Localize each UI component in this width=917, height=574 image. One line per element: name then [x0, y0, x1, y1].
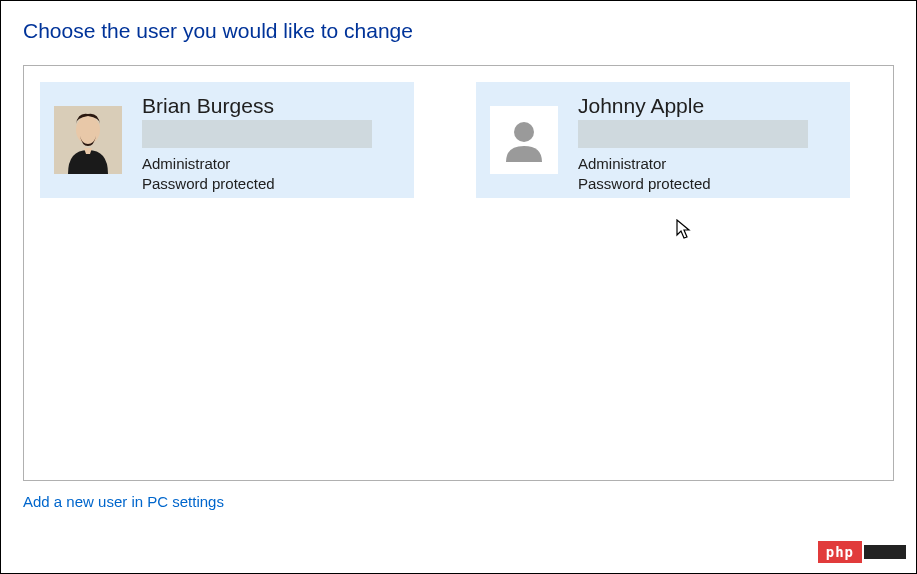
avatar-generic-icon — [490, 106, 558, 174]
php-badge-dark — [864, 545, 906, 559]
php-watermark: php — [818, 541, 906, 563]
user-name: Brian Burgess — [142, 94, 372, 118]
user-status: Password protected — [578, 174, 808, 194]
svg-point-1 — [76, 116, 100, 144]
svg-point-2 — [514, 122, 534, 142]
avatar-photo — [54, 106, 122, 174]
php-badge-text: php — [818, 541, 862, 563]
page-title: Choose the user you would like to change — [23, 19, 894, 43]
redacted-email — [578, 120, 808, 148]
user-role: Administrator — [142, 154, 372, 174]
user-card-johnny-apple[interactable]: Johnny Apple Administrator Password prot… — [476, 82, 850, 198]
user-card-brian-burgess[interactable]: Brian Burgess Administrator Password pro… — [40, 82, 414, 198]
user-role: Administrator — [578, 154, 808, 174]
user-name: Johnny Apple — [578, 94, 808, 118]
add-user-link[interactable]: Add a new user in PC settings — [23, 493, 224, 510]
user-list-container: Brian Burgess Administrator Password pro… — [23, 65, 894, 481]
redacted-email — [142, 120, 372, 148]
user-status: Password protected — [142, 174, 372, 194]
